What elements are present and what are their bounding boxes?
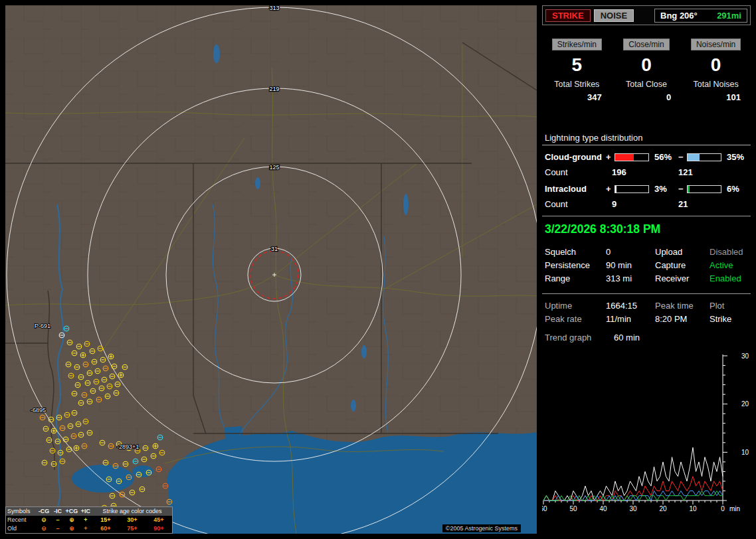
positive-sign: + [606,152,614,162]
ic-positive-count: 9 [612,199,678,209]
legend-old-label: Old [7,525,37,532]
minus-icon: – [51,525,64,532]
age-30: 30+ [119,516,145,524]
trend-graph-label: Trend graph [545,333,614,343]
legend-recent-label: Recent [7,516,37,524]
y-tick-label: 30 [741,352,749,360]
storm-cell-label: -2893+1 [117,443,139,450]
receiver-status: Enabled [709,272,751,285]
settings-row: Squelch 0 Upload Disabled [542,246,751,259]
age-45: 45+ [145,516,172,524]
bearing-value: Bng 206° [660,11,698,21]
receiver-settings: Squelch 0 Upload Disabled Persistence 90… [542,246,751,285]
mode-toolbar: STRIKE NOISE Bng 206° 291mi [542,5,751,25]
cg-negative-pct: 35% [724,152,751,162]
noises-per-min-label: Noises/min [691,38,741,50]
x-tick-label: 50 [569,505,577,512]
minus-icon: – [51,516,64,524]
legend-age-title: Strike age color codes [92,508,172,515]
current-datetime: 3/22/2026 8:30:18 PM [542,216,751,239]
cg-count-row: Count 196 121 [542,162,751,177]
trend-series [543,491,723,501]
range-ring-label: 125 [269,164,279,171]
ic-positive-bar [614,185,649,193]
ic-count-row: Count 9 21 [542,194,751,209]
peak-rate-label: Peak rate [545,313,606,326]
strikes-per-min-value: 5 [542,54,612,76]
lightning-map[interactable]: 31321912531P-691-6895-2893+1 Symbols -CG… [5,5,537,534]
x-tick-label: 20 [659,505,667,512]
legend-col-ncg: -CG [37,508,51,515]
x-tick-label: 60 [542,505,547,512]
intracloud-row: Intracloud + 3% − 6% [542,177,751,194]
close-column: Close/min 0 Total Close 0 [612,38,682,102]
total-close-label: Total Close [612,80,682,89]
lake-pontchartrain [72,465,134,493]
plus-icon: + [79,516,92,524]
session-info: Uptime 1664:15 Peak time Plot Peak rate … [542,299,751,343]
circled-minus-icon: ⊖ [37,525,51,532]
noises-per-min-value: 0 [681,54,751,76]
squelch-value: 0 [606,246,655,259]
app-window: 31321912531P-691-6895-2893+1 Symbols -CG… [0,0,756,539]
legend-col-nic: -IC [51,508,64,515]
noise-button[interactable]: NOISE [594,9,634,22]
bearing-readout: Bng 206° 291mi [654,9,747,23]
upload-status: Disabled [709,246,751,259]
legend-symbols-label: Symbols [7,508,37,515]
count-label: Count [545,199,612,209]
range-label: Range [545,272,606,285]
map-legend: Symbols -CG -IC +CG +IC Strike age color… [5,506,173,534]
map-geography [5,5,537,534]
total-strikes-label: Total Strikes [542,80,612,89]
session-row: Peak rate 11/min 8:20 PM Strike [542,313,751,326]
range-value: 313 mi [606,272,655,285]
plus-icon: + [79,525,92,532]
strike-button[interactable]: STRIKE [545,9,591,22]
settings-row: Range 313 mi Receiver Enabled [542,272,751,285]
persistence-value: 90 min [606,259,655,272]
age-60: 60+ [92,525,119,532]
settings-row: Persistence 90 min Capture Active [542,259,751,272]
negative-sign: − [678,184,687,194]
ic-positive-pct: 3% [652,184,678,194]
intracloud-label: Intracloud [545,184,606,194]
noises-column: Noises/min 0 Total Noises 101 [681,38,751,102]
total-noises-label: Total Noises [681,80,751,89]
x-tick-label: 30 [629,505,637,512]
circled-minus-icon: ⊖ [37,516,51,524]
cg-negative-count: 121 [678,167,753,177]
age-90: 90+ [145,525,172,532]
upload-label: Upload [655,246,709,259]
legend-header: Symbols -CG -IC +CG +IC Strike age color… [6,507,172,516]
circled-plus-icon: ⊕ [64,525,79,532]
plot-value: Strike [709,313,751,326]
close-per-min-label: Close/min [623,38,669,50]
capture-label: Capture [655,259,709,272]
y-tick-label: 20 [741,400,749,408]
storm-cell-label: -6895 [31,407,46,414]
range-ring-label: 219 [269,86,279,92]
range-ring-label: 31 [271,246,278,252]
strikes-per-min-label: Strikes/min [552,38,602,50]
plot-label: Plot [709,299,751,313]
cloud-ground-row: Cloud-ground + 56% − 35% [542,145,751,162]
y-tick-label: 10 [741,449,749,456]
peak-time-value: 8:20 PM [655,313,709,326]
cg-positive-count: 196 [612,167,678,177]
age-75: 75+ [119,525,145,532]
map-canvas: 31321912531P-691-6895-2893+1 [5,5,537,534]
squelch-label: Squelch [545,246,606,259]
cloud-ground-label: Cloud-ground [545,152,606,162]
legend-col-pic: +IC [79,508,92,515]
ic-negative-count: 21 [678,199,753,209]
total-strikes-value: 347 [542,92,612,102]
capture-status: Active [709,259,751,272]
total-noises-value: 101 [681,92,751,102]
legend-row-old: Old ⊖ – ⊕ + 60+ 75+ 90+ [6,524,172,533]
cg-positive-bar [614,153,649,161]
x-tick-label: 40 [599,505,607,512]
age-15: 15+ [92,516,119,524]
total-close-value: 0 [612,92,682,102]
x-tick-label: 0 [721,505,725,512]
